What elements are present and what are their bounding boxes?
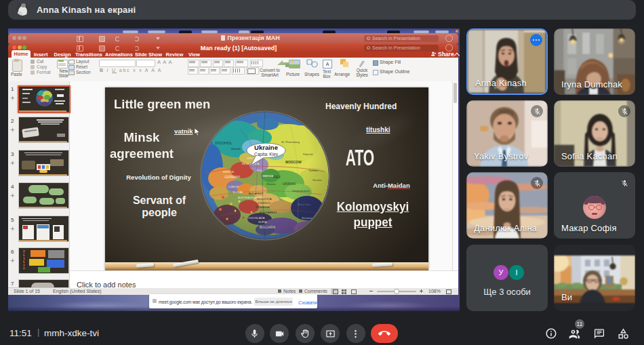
svg-text:Ukraine: Ukraine bbox=[254, 144, 278, 151]
svg-text:TUR: TUR bbox=[307, 230, 314, 233]
svg-text:Capita: Kiev: Capita: Kiev bbox=[254, 152, 279, 157]
